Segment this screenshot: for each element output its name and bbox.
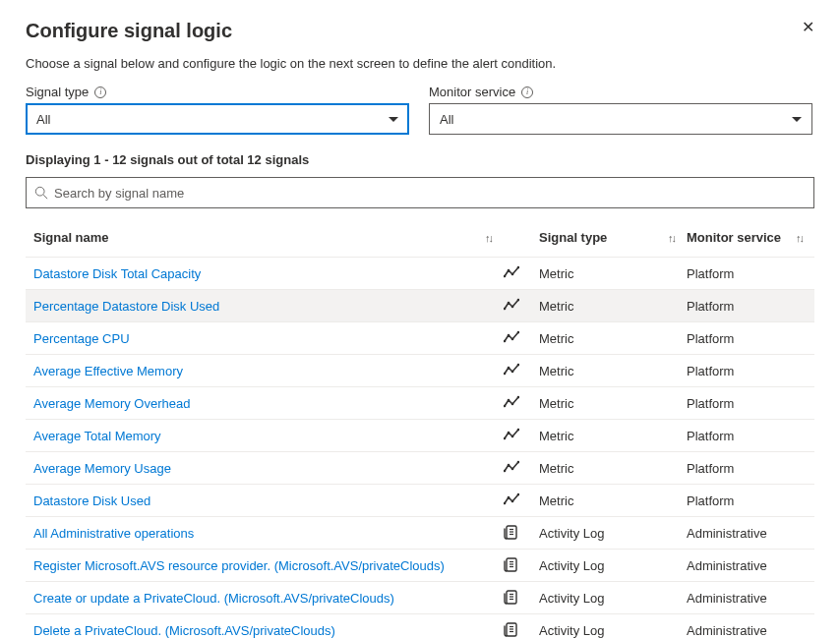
signal-type-value: All [36,112,50,127]
chevron-down-icon [389,117,398,122]
monitor-service-value: Platform [687,461,814,476]
sort-icon: ↑↓ [485,232,492,244]
sort-icon: ↑↓ [668,232,675,244]
activity-log-icon [504,590,539,606]
signal-type-value: Metric [539,429,687,443]
activity-log-icon [504,525,539,541]
column-header-name[interactable]: Signal name ↑↓ [26,230,504,245]
table-row[interactable]: Average Total MemoryMetricPlatform [26,420,814,452]
metric-icon [504,298,539,314]
signal-name-link[interactable]: Datastore Disk Used [26,493,504,508]
table-row[interactable]: Create or update a PrivateCloud. (Micros… [26,582,814,614]
monitor-service-value: Platform [687,331,814,346]
table-row[interactable]: Percentage CPUMetricPlatform [26,322,814,355]
signal-type-label: Signal type [26,85,89,99]
table-row[interactable]: Percentage Datastore Disk UsedMetricPlat… [26,290,814,322]
column-type-label: Signal type [539,230,607,245]
table-row[interactable]: All Administrative operationsActivity Lo… [26,517,814,550]
table-row[interactable]: Average Memory OverheadMetricPlatform [26,387,814,420]
search-icon [34,186,48,200]
signal-name-link[interactable]: Create or update a PrivateCloud. (Micros… [26,591,504,606]
search-input[interactable] [54,186,806,201]
search-box[interactable] [26,177,814,208]
activity-log-icon [504,622,539,638]
signal-type-value: Activity Log [539,526,687,541]
signal-name-link[interactable]: All Administrative operations [26,526,504,541]
monitor-service-value: Administrative [687,591,814,606]
signal-name-link[interactable]: Percentage Datastore Disk Used [26,299,504,314]
chevron-down-icon [792,117,802,122]
column-header-type[interactable]: Signal type ↑↓ [539,230,687,245]
monitor-service-value: Platform [687,364,814,378]
signal-type-value: Metric [539,331,687,346]
table-row[interactable]: Register Microsoft.AVS resource provider… [26,550,814,582]
table-header: Signal name ↑↓ Signal type ↑↓ Monitor se… [26,218,814,258]
svg-line-1 [43,195,47,199]
signal-type-value: Metric [539,266,687,281]
monitor-service-value: All [440,112,453,127]
monitor-service-value: Platform [687,299,814,314]
signals-table: Signal name ↑↓ Signal type ↑↓ Monitor se… [26,218,814,638]
table-row[interactable]: Datastore Disk UsedMetricPlatform [26,485,814,517]
signal-name-link[interactable]: Average Effective Memory [26,364,504,378]
metric-icon [504,265,539,281]
panel-subtitle: Choose a signal below and configure the … [26,56,814,71]
signal-type-select[interactable]: All [26,103,409,135]
metric-icon [504,363,539,378]
activity-log-icon [504,557,539,573]
metric-icon [504,493,539,508]
close-button[interactable]: ✕ [802,20,814,35]
monitor-service-value: Platform [687,493,814,508]
info-icon[interactable]: i [521,87,533,98]
monitor-service-value: Platform [687,266,814,281]
monitor-service-value: Administrative [687,526,814,541]
monitor-service-value: Administrative [687,558,814,573]
signal-name-link[interactable]: Delete a PrivateCloud. (Microsoft.AVS/pr… [26,623,504,638]
table-row[interactable]: Average Memory UsageMetricPlatform [26,452,814,485]
signal-name-link[interactable]: Average Memory Usage [26,461,504,476]
panel-title: Configure signal logic [26,20,232,42]
signal-type-value: Activity Log [539,558,687,573]
signal-type-value: Metric [539,299,687,314]
monitor-service-value: Platform [687,429,814,443]
sort-icon: ↑↓ [796,232,803,244]
metric-icon [504,428,539,443]
table-row[interactable]: Average Effective MemoryMetricPlatform [26,355,814,387]
signal-name-link[interactable]: Datastore Disk Total Capacity [26,266,504,281]
signal-type-value: Metric [539,461,687,476]
signal-type-value: Metric [539,493,687,508]
monitor-service-select[interactable]: All [429,103,812,135]
signal-name-link[interactable]: Percentage CPU [26,331,504,346]
metric-icon [504,460,539,476]
signal-type-value: Metric [539,396,687,411]
svg-point-0 [35,187,44,196]
column-monitor-label: Monitor service [687,230,781,245]
monitor-service-value: Platform [687,396,814,411]
info-icon[interactable]: i [94,87,106,98]
column-name-label: Signal name [33,230,109,245]
signal-type-value: Activity Log [539,591,687,606]
table-row[interactable]: Datastore Disk Total CapacityMetricPlatf… [26,258,814,290]
column-header-monitor[interactable]: Monitor service ↑↓ [687,230,814,245]
metric-icon [504,330,539,346]
signal-name-link[interactable]: Average Total Memory [26,429,504,443]
signal-type-value: Metric [539,364,687,378]
monitor-service-value: Administrative [687,623,814,638]
signal-type-value: Activity Log [539,623,687,638]
metric-icon [504,395,539,411]
table-row[interactable]: Delete a PrivateCloud. (Microsoft.AVS/pr… [26,614,814,638]
results-count: Displaying 1 - 12 signals out of total 1… [26,152,814,167]
signal-name-link[interactable]: Register Microsoft.AVS resource provider… [26,558,504,573]
signal-name-link[interactable]: Average Memory Overhead [26,396,504,411]
monitor-service-label: Monitor service [429,85,515,99]
